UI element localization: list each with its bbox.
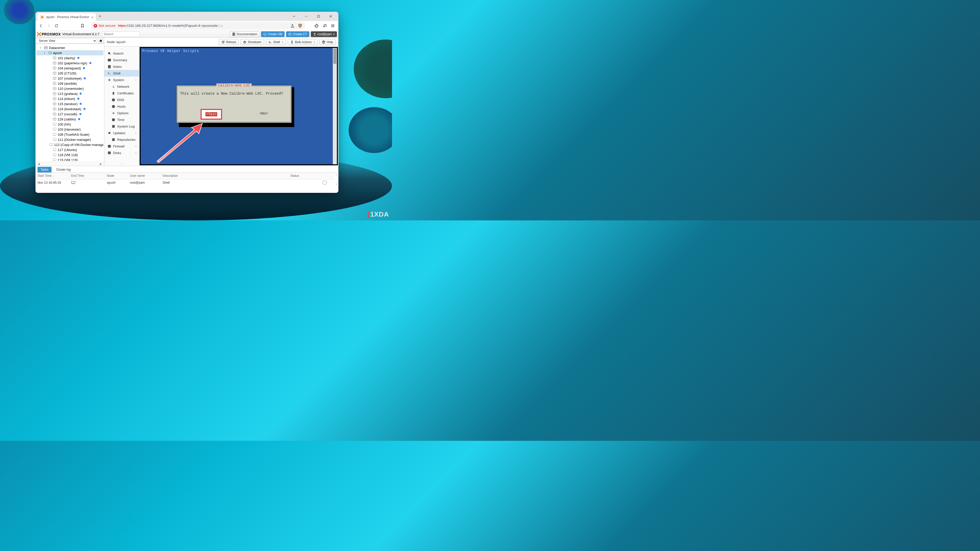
new-tab-button[interactable]: + bbox=[99, 14, 101, 19]
header-search[interactable] bbox=[102, 32, 140, 37]
menu-search[interactable]: Search bbox=[104, 50, 139, 57]
menu-summary[interactable]: Summary bbox=[104, 57, 139, 63]
tree-item[interactable]: 105 (CT105) bbox=[36, 71, 103, 76]
tree-item[interactable]: 103 (Harvester) bbox=[36, 127, 103, 132]
console-scrollbar[interactable] bbox=[333, 48, 337, 164]
tree-node-ayush[interactable]: ▾ayush bbox=[36, 50, 103, 56]
window-minimize-button[interactable] bbox=[301, 13, 312, 20]
menu-icon[interactable] bbox=[331, 24, 335, 28]
tree-item[interactable]: 102 (paperless-ngx) bbox=[36, 60, 103, 65]
back-button[interactable] bbox=[39, 24, 43, 28]
tab-tasks[interactable]: Tasks bbox=[38, 167, 52, 172]
col-start-time[interactable]: Start Time↓ bbox=[35, 173, 69, 179]
chevron-down-icon[interactable] bbox=[288, 13, 300, 20]
tree-item[interactable]: 117 (Ubuntu) bbox=[36, 147, 103, 152]
lxc-icon bbox=[52, 97, 57, 101]
bookmark-icon[interactable] bbox=[80, 24, 84, 28]
col-node[interactable]: Node bbox=[105, 173, 128, 179]
annotation-arrow-icon bbox=[155, 121, 204, 165]
tree-item[interactable]: 109 (ansible) bbox=[36, 81, 103, 86]
tree-item[interactable]: 110 (zoneminder) bbox=[36, 86, 103, 91]
tab-close-icon[interactable]: × bbox=[91, 15, 94, 19]
menu-time[interactable]: Time bbox=[104, 116, 139, 123]
tree-hscroll[interactable]: ◄► bbox=[35, 162, 104, 166]
menu-firewall[interactable]: Firewall▸ bbox=[104, 143, 139, 149]
running-dot-icon bbox=[80, 93, 82, 95]
shell-button[interactable]: Shell▾ bbox=[266, 39, 286, 45]
tree-item[interactable]: 115 (tandoor) bbox=[36, 101, 103, 106]
menu-syslog[interactable]: System Log bbox=[104, 123, 139, 130]
window-close-button[interactable] bbox=[325, 13, 336, 20]
tree-item[interactable]: 127 (nocodb) bbox=[36, 111, 103, 117]
dialog-title: Calibre-Web LXC bbox=[216, 83, 251, 87]
help-button[interactable]: Help bbox=[319, 39, 336, 45]
reload-button[interactable] bbox=[54, 24, 59, 28]
menu-updates[interactable]: Updates▸ bbox=[104, 130, 139, 136]
create-vm-button[interactable]: Create VM bbox=[261, 32, 285, 37]
svg-rect-21 bbox=[53, 159, 56, 161]
tree-item[interactable]: 113 (grafana) bbox=[36, 91, 103, 96]
view-select[interactable]: Server View bbox=[37, 38, 97, 44]
create-ct-button[interactable]: Create CT bbox=[286, 32, 309, 37]
extensions-icon[interactable] bbox=[314, 24, 318, 28]
tree-item[interactable]: 128 (zabbix) bbox=[36, 117, 103, 122]
resource-tree[interactable]: ▾Datacenter▾ayush101 (dashy)102 (paperle… bbox=[36, 44, 103, 161]
tree-item[interactable]: 119 (VM 119) bbox=[36, 157, 103, 161]
brave-shield-icon[interactable] bbox=[298, 24, 302, 28]
reboot-button[interactable]: Reboot bbox=[219, 39, 239, 45]
menu-disks[interactable]: Disks▸ bbox=[104, 149, 139, 156]
col-description[interactable]: Description bbox=[161, 173, 288, 179]
svg-point-24 bbox=[292, 42, 292, 42]
menu-certificates[interactable]: Certificates bbox=[104, 90, 139, 97]
tree-item[interactable]: 114 (trilium) bbox=[36, 96, 103, 101]
window-maximize-button[interactable] bbox=[313, 13, 324, 20]
task-row[interactable]: Nov 13 16:45:19 ayush root@pam Shell bbox=[35, 179, 334, 186]
documentation-button[interactable]: Documentation bbox=[230, 32, 259, 37]
browser-tab[interactable]: ayush - Proxmox Virtual Enviror × bbox=[38, 13, 96, 21]
tree-settings-button[interactable] bbox=[98, 38, 103, 44]
menu-repos[interactable]: Repositories bbox=[104, 136, 139, 143]
col-end-time[interactable]: End Time bbox=[69, 173, 105, 179]
col-status[interactable]: Status bbox=[288, 173, 334, 179]
tree-item[interactable]: 111 (Docker-manager) bbox=[36, 137, 103, 142]
tree-item[interactable]: 118 (VM 118) bbox=[36, 152, 103, 157]
menu-network[interactable]: Network bbox=[104, 83, 139, 90]
bulk-actions-button[interactable]: Bulk Actions▾ bbox=[288, 39, 318, 45]
menu-hosts[interactable]: Hosts bbox=[104, 103, 139, 110]
shutdown-button[interactable]: Shutdown bbox=[240, 39, 264, 45]
tree-item[interactable]: 104 (wireguard) bbox=[36, 65, 103, 71]
tree-datacenter[interactable]: ▾Datacenter bbox=[36, 45, 103, 50]
col-user[interactable]: User name bbox=[128, 173, 161, 179]
tasks-grid: Start Time↓ End Time Node User name Desc… bbox=[35, 173, 339, 193]
user-menu-button[interactable]: root@pam ▾ bbox=[311, 32, 337, 37]
dialog-yes-button[interactable]: <Yes> bbox=[205, 112, 217, 116]
forward-button[interactable] bbox=[47, 24, 51, 28]
running-dot-icon bbox=[80, 103, 82, 105]
music-icon[interactable] bbox=[323, 24, 327, 28]
search-input[interactable] bbox=[102, 32, 140, 37]
tab-cluster-log[interactable]: Cluster log bbox=[53, 167, 74, 172]
proxmox-logo[interactable]: PROXMOX Virtual Environment 8.2.7 bbox=[37, 32, 100, 36]
share-icon[interactable] bbox=[290, 24, 294, 28]
menu-system[interactable]: System▸ bbox=[104, 76, 139, 83]
dialog-no-button[interactable]: <No> bbox=[259, 111, 268, 116]
terminal[interactable]: Proxmox VE Helper Scripts Calibre-Web LX… bbox=[141, 48, 333, 164]
tree-item[interactable]: 112 (Copy-of-VM-Docker-manager) bbox=[36, 142, 103, 147]
menu-options[interactable]: Options bbox=[104, 110, 139, 116]
menu-scroll-up-icon[interactable]: ︿ bbox=[104, 46, 139, 50]
task-scroll[interactable]: ▴▾ bbox=[334, 173, 339, 186]
browser-window: ayush - Proxmox Virtual Enviror × + ✕ No… bbox=[35, 12, 339, 193]
tree-item[interactable]: 101 (dashy) bbox=[36, 56, 103, 60]
tree-item[interactable]: 108 (TrueNAS-Scale) bbox=[36, 132, 103, 137]
menu-dns[interactable]: DNS bbox=[104, 97, 139, 103]
tree-item[interactable]: 100 (HA) bbox=[36, 122, 103, 127]
svg-point-11 bbox=[51, 52, 51, 53]
tree-item[interactable]: 107 (motioneye) bbox=[36, 76, 103, 81]
menu-scroll-down-icon[interactable]: ﹀ bbox=[104, 162, 139, 166]
not-secure-badge[interactable]: ✕ Not secure bbox=[94, 24, 115, 27]
menu-shell[interactable]: Shell bbox=[104, 70, 139, 76]
menu-notes[interactable]: Notes bbox=[104, 63, 139, 70]
url-box[interactable]: ✕ Not secure https://192.168.29.227:8006… bbox=[91, 22, 305, 30]
tree-item[interactable]: 124 (bookstack) bbox=[36, 106, 103, 111]
node-nav-menu: ︿ SearchSummaryNotesShellSystem▸NetworkC… bbox=[104, 46, 139, 166]
